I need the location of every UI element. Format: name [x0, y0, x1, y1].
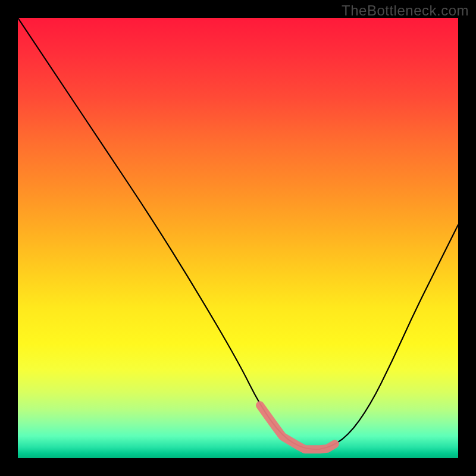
bottleneck-curve [18, 18, 458, 449]
chart-svg [18, 18, 458, 458]
sweet-spot-highlight [260, 405, 335, 449]
plot-area [18, 18, 458, 458]
watermark-text: TheBottleneck.com [342, 2, 469, 19]
